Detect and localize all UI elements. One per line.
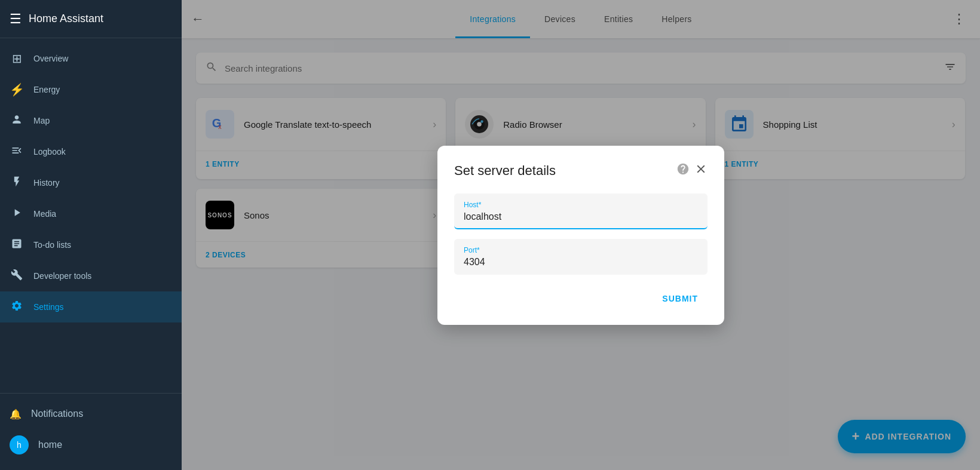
port-input[interactable] — [464, 257, 698, 268]
sidebar-item-history[interactable]: History — [0, 167, 182, 198]
media-icon — [10, 207, 24, 222]
overview-icon: ⊞ — [10, 51, 24, 66]
avatar: h — [10, 435, 29, 454]
dialog-help-icon[interactable] — [676, 162, 690, 179]
user-label: home — [38, 440, 62, 450]
sidebar-item-label: Logbook — [33, 147, 66, 156]
energy-icon: ⚡ — [10, 82, 24, 97]
sidebar-item-media[interactable]: Media — [0, 198, 182, 229]
hamburger-icon[interactable]: ☰ — [10, 11, 22, 27]
sidebar-item-label: Energy — [33, 85, 60, 94]
sidebar-item-settings[interactable]: Settings — [0, 291, 182, 322]
dialog-header-actions — [676, 162, 708, 179]
todo-icon — [10, 238, 24, 253]
sidebar-item-overview[interactable]: ⊞ Overview — [0, 43, 182, 74]
dialog-actions: SUBMIT — [454, 289, 708, 308]
host-field-label: Host* — [464, 201, 698, 209]
map-icon — [10, 113, 24, 128]
notifications-icon: 🔔 — [10, 408, 22, 420]
sidebar-item-developer[interactable]: Developer tools — [0, 260, 182, 291]
developer-icon — [10, 269, 24, 284]
host-input[interactable] — [464, 211, 698, 222]
sidebar-item-label: Developer tools — [33, 271, 91, 281]
port-field-label: Port* — [464, 246, 698, 254]
sidebar-footer: 🔔 Notifications h home — [0, 393, 182, 470]
notifications-label: Notifications — [31, 408, 83, 419]
settings-icon — [10, 300, 24, 315]
sidebar-item-label: Overview — [33, 54, 68, 63]
sidebar-item-label: Map — [33, 116, 50, 125]
submit-button[interactable]: SUBMIT — [653, 289, 708, 308]
main-content: ← Integrations Devices Entities Helpers … — [182, 0, 980, 470]
sidebar-item-energy[interactable]: ⚡ Energy — [0, 74, 182, 105]
sidebar-item-todo[interactable]: To-do lists — [0, 229, 182, 260]
port-field: Port* — [454, 239, 708, 275]
logbook-icon — [10, 145, 24, 159]
history-icon — [10, 176, 24, 191]
sidebar-item-label: Media — [33, 209, 56, 219]
sidebar-item-notifications[interactable]: 🔔 Notifications — [0, 398, 182, 429]
app-title: Home Assistant — [29, 13, 103, 25]
sidebar-item-label: To-do lists — [33, 240, 71, 250]
sidebar-item-label: History — [33, 178, 60, 188]
dialog-overlay: Set server details Host* Port* — [182, 0, 980, 470]
dialog-title: Set server details — [454, 163, 556, 179]
sidebar-user[interactable]: h home — [0, 429, 182, 460]
sidebar-header: ☰ Home Assistant — [0, 0, 182, 38]
dialog-header: Set server details — [454, 162, 708, 179]
dialog-close-icon[interactable] — [694, 162, 708, 179]
host-field: Host* — [454, 193, 708, 229]
sidebar-item-logbook[interactable]: Logbook — [0, 136, 182, 167]
sidebar-nav: ⊞ Overview ⚡ Energy Map Logbook History — [0, 38, 182, 393]
sidebar-item-map[interactable]: Map — [0, 105, 182, 136]
sidebar: ☰ Home Assistant ⊞ Overview ⚡ Energy Map… — [0, 0, 182, 470]
sidebar-item-label: Settings — [33, 302, 64, 312]
dialog: Set server details Host* Port* — [437, 146, 724, 325]
